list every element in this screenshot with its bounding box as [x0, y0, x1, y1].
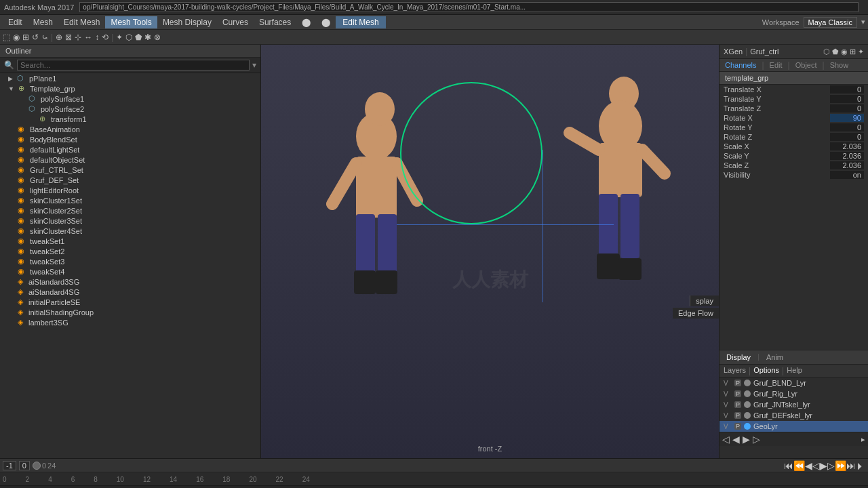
outline-item[interactable]: ◉Gruf_CTRL_Set — [0, 165, 260, 175]
outline-item[interactable]: ▶⬡pPlane1 — [0, 73, 260, 83]
outline-item[interactable]: ◉skinCluster3Set — [0, 216, 260, 226]
cb-attr-value[interactable]: 0 — [830, 95, 864, 103]
outline-item[interactable]: ⬡polySurface2 — [0, 104, 260, 114]
pb-icon[interactable]: ⏵ — [856, 460, 865, 471]
outline-item[interactable]: ⊕transform1 — [0, 114, 260, 124]
menu-display[interactable]: Edit Mesh — [58, 16, 105, 28]
cb-attr-value[interactable]: 0 — [830, 104, 864, 113]
pb-play-fwd[interactable]: ▶ — [820, 460, 827, 471]
tb-icon-2[interactable]: ◉ — [13, 33, 20, 42]
viewport[interactable]: Display Show Help | ⊡ ⬚ ⊞ ⊕ ◆ ⬜ ⬛ ◉ | ● … — [261, 45, 719, 458]
layer-vis-icon[interactable]: V — [724, 412, 732, 420]
tb-icon-10[interactable]: ↕ — [95, 33, 99, 42]
layer-back2-icon[interactable]: ◀ — [732, 434, 740, 445]
tb-icon-14[interactable]: ⬟ — [135, 33, 142, 42]
tb-icon-9[interactable]: ↔ — [84, 33, 92, 42]
tb-icon-1[interactable]: ⬚ — [3, 33, 10, 42]
layer-vis-icon[interactable]: V — [724, 423, 732, 430]
cb-attr-value[interactable]: on — [830, 171, 864, 179]
tab-edit[interactable]: Edit — [767, 60, 785, 70]
outline-item[interactable]: ◉tweakSet4 — [0, 266, 260, 277]
layer-vis-icon[interactable]: V — [724, 380, 732, 387]
cb-attr-value[interactable]: 0 — [830, 123, 864, 131]
pb-prev[interactable]: ◀ — [805, 460, 812, 471]
tb-icon-3[interactable]: ⊞ — [22, 33, 29, 42]
outline-item[interactable]: ◉skinCluster4Set — [0, 226, 260, 236]
outline-item[interactable]: ◉lightEditorRoot — [0, 185, 260, 195]
outline-item[interactable]: ◈aiStandard4SG — [0, 287, 260, 297]
menu-extra2[interactable]: ⬤ — [316, 16, 336, 28]
outline-item[interactable]: ◉defaultObjectSet — [0, 155, 260, 165]
tb-icon-15[interactable]: ✱ — [144, 33, 151, 42]
outline-item[interactable]: ⬡polySurface1 — [0, 94, 260, 104]
outline-item[interactable]: ◈aiStandard3SG — [0, 277, 260, 287]
outline-item[interactable]: ◈lambert3SG — [0, 317, 260, 327]
outline-item[interactable]: ◉BodyBlendSet — [0, 134, 260, 144]
tab-show[interactable]: Show — [827, 60, 852, 70]
xgen-icon-3[interactable]: ◉ — [841, 47, 848, 56]
menu-view[interactable]: Mesh — [28, 16, 58, 28]
layer-expand-icon[interactable]: ▸ — [861, 435, 865, 444]
tb-icon-5[interactable]: ⤿ — [41, 33, 48, 42]
outline-item[interactable]: ◉tweakSet3 — [0, 256, 260, 266]
layer-sub-layers[interactable]: Layers — [724, 366, 746, 375]
outline-item[interactable]: ◉tweakSet1 — [0, 236, 260, 246]
cb-attr-value[interactable]: 90 — [830, 114, 864, 122]
xgen-icon-1[interactable]: ⬡ — [823, 47, 830, 56]
tab-object[interactable]: Object — [793, 60, 820, 70]
menu-mesh-display[interactable]: Mesh Display — [157, 16, 217, 28]
outline-item[interactable]: ◉skinCluster1Set — [0, 195, 260, 205]
menu-extra1[interactable]: ⬤ — [296, 16, 316, 28]
tb-icon-11[interactable]: ⟲ — [102, 33, 108, 42]
cb-attr-value[interactable]: 0 — [830, 133, 864, 141]
current-frame[interactable]: 0 — [19, 461, 30, 470]
pb-next[interactable]: ▷ — [827, 460, 835, 471]
layer-item[interactable]: VPGruf_JNTskel_lyr — [719, 399, 868, 410]
search-input[interactable] — [17, 60, 250, 70]
xgen-icon-5[interactable]: ✦ — [858, 47, 864, 56]
tb-icon-6[interactable]: ⊕ — [56, 33, 62, 42]
layer-item[interactable]: VPGruf_DEFskel_lyr — [719, 410, 868, 421]
tb-icon-4[interactable]: ↺ — [32, 33, 39, 42]
outline-item[interactable]: ◈initialShadingGroup — [0, 307, 260, 317]
gruf-ctrl-label[interactable]: Gruf_ctrl — [750, 47, 778, 56]
cb-attr-value[interactable]: 2.036 — [830, 142, 864, 150]
layer-sub-help[interactable]: Help — [787, 366, 802, 375]
search-options-icon[interactable]: ▾ — [252, 60, 256, 70]
outline-item[interactable]: ◈initialParticleSE — [0, 297, 260, 307]
pb-end[interactable]: ⏭ — [846, 460, 856, 471]
tb-icon-8[interactable]: ⊹ — [75, 33, 81, 42]
layer-vis-icon[interactable]: V — [724, 401, 732, 409]
menu-curves[interactable]: Curves — [217, 16, 254, 28]
layer-forward2-icon[interactable]: ▷ — [753, 434, 760, 445]
layer-vis-icon[interactable]: V — [724, 390, 732, 398]
layer-item[interactable]: VPGruf_Rig_Lyr — [719, 388, 868, 399]
pb-start[interactable]: ⏮ — [784, 460, 793, 471]
pb-prev-key[interactable]: ⏪ — [793, 460, 805, 471]
cb-attr-value[interactable]: 2.036 — [830, 161, 864, 169]
outline-item[interactable]: ◉defaultLightSet — [0, 144, 260, 155]
tb-icon-7[interactable]: ⊠ — [65, 33, 72, 42]
tab-display[interactable]: Channels — [722, 60, 759, 70]
tb-icon-12[interactable]: ✦ — [116, 33, 123, 42]
outline-item[interactable]: ◉BaseAnimation — [0, 124, 260, 134]
layer-back-icon[interactable]: ◁ — [722, 434, 730, 445]
expand-triangle[interactable]: ▶ — [8, 75, 13, 82]
menu-mesh-tools[interactable]: Mesh Tools — [105, 16, 157, 28]
pb-play-back[interactable]: ◁ — [812, 460, 820, 471]
expand-triangle[interactable]: ▼ — [8, 85, 14, 92]
outline-item[interactable]: ◉tweakSet2 — [0, 246, 260, 256]
outline-item[interactable]: ▼⊕Template_grp — [0, 83, 260, 94]
tb-icon-13[interactable]: ⬡ — [125, 33, 132, 42]
xgen-icon-2[interactable]: ⬟ — [832, 47, 839, 56]
xgen-label[interactable]: XGen — [724, 47, 743, 56]
outline-item[interactable]: ◉Gruf_DEF_Set — [0, 175, 260, 185]
layer-tab-display[interactable]: Display — [724, 352, 753, 362]
layer-tab-anim[interactable]: Anim — [764, 352, 786, 362]
layer-forward-icon[interactable]: ▶ — [743, 434, 750, 445]
range-start[interactable]: -1 — [3, 461, 16, 470]
pb-next-key[interactable]: ⏩ — [835, 460, 846, 471]
menu-surfaces[interactable]: Surfaces — [254, 16, 296, 28]
outline-item[interactable]: ◉skinCluster2Set — [0, 205, 260, 216]
layer-item[interactable]: VPGeoLyr — [719, 421, 868, 432]
